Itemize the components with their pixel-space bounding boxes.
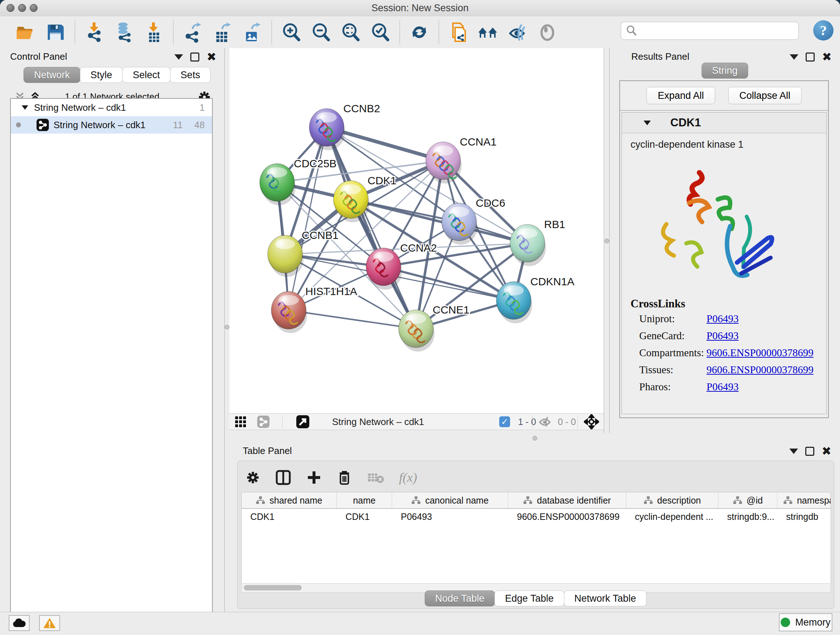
- gene-section-header[interactable]: CDK1: [622, 112, 826, 133]
- delete-column-trash-icon[interactable]: [337, 470, 352, 486]
- table-cell[interactable]: stringdb:9...: [718, 509, 777, 524]
- search-input[interactable]: [640, 25, 798, 36]
- column-header-canonical-name[interactable]: canonical name: [392, 492, 508, 508]
- table-splitter-knob[interactable]: [532, 436, 537, 440]
- network-node-RB1[interactable]: RB1: [510, 218, 565, 266]
- panel-menu-icon[interactable]: [174, 54, 183, 60]
- title-bar: Session: New Session: [0, 0, 840, 17]
- copy-documents-icon[interactable]: [447, 21, 470, 44]
- network-row-selected[interactable]: String Network – cdk1 11 48: [11, 116, 212, 134]
- column-header-database-identifier[interactable]: database identifier: [508, 492, 626, 508]
- table-options-gear-icon[interactable]: [246, 470, 260, 485]
- results-float-panel-icon[interactable]: [806, 52, 815, 62]
- table-panel-splitter[interactable]: [229, 433, 840, 443]
- import-table-file-icon[interactable]: [142, 21, 165, 44]
- save-session-icon[interactable]: [44, 21, 66, 44]
- tab-style[interactable]: Style: [80, 67, 123, 83]
- crosslink-link[interactable]: P06493: [706, 381, 739, 393]
- collection-expander-icon[interactable]: [21, 105, 29, 111]
- birdseye-toggle-icon[interactable]: [584, 414, 599, 430]
- tab-node-table[interactable]: Node Table: [425, 591, 495, 606]
- results-panel-menu-icon[interactable]: [790, 54, 798, 60]
- zoom-in-icon[interactable]: [280, 21, 302, 44]
- window-title: Session: New Session: [0, 3, 840, 14]
- table-cell[interactable]: CDK1: [242, 509, 337, 524]
- close-panel-icon[interactable]: ✖: [207, 52, 216, 62]
- import-network-database-icon[interactable]: [113, 21, 135, 44]
- grid-view-icon[interactable]: [234, 414, 247, 430]
- crosslink-link[interactable]: 9606.ENSP00000378699: [706, 347, 813, 359]
- tab-edge-table[interactable]: Edge Table: [494, 591, 564, 606]
- table-row[interactable]: CDK1CDK1P064939606.ENSP00000378699cyclin…: [242, 509, 831, 524]
- network-node-HIST1H1A[interactable]: HIST1H1A: [271, 285, 357, 333]
- table-panel-menu-icon[interactable]: [789, 448, 798, 454]
- left-splitter-knob[interactable]: [225, 325, 229, 329]
- zoom-fit-icon[interactable]: [339, 21, 362, 44]
- crosslink-row: Uniprot:P06493: [630, 310, 818, 327]
- tab-network-table[interactable]: Network Table: [564, 591, 647, 606]
- open-session-icon[interactable]: [14, 21, 37, 44]
- table-cell[interactable]: cyclin-dependent ...: [626, 509, 718, 524]
- results-close-panel-icon[interactable]: ✖: [822, 52, 832, 62]
- selected-checkbox[interactable]: ✓: [499, 414, 510, 430]
- selected-count: 1 - 0: [515, 414, 536, 430]
- export-network-icon[interactable]: [182, 21, 204, 44]
- column-header-description[interactable]: description: [626, 492, 718, 508]
- node-label: CDC6: [476, 197, 505, 209]
- column-header-shared-name[interactable]: shared name: [242, 492, 337, 508]
- network-node-CCNE1[interactable]: CCNE1: [399, 304, 470, 352]
- table-cell[interactable]: 9606.ENSP00000378699: [508, 509, 626, 524]
- table-close-panel-icon[interactable]: ✖: [821, 447, 831, 456]
- column-header--id[interactable]: @id: [718, 492, 777, 508]
- first-neighbors-houses-icon[interactable]: [477, 21, 499, 44]
- table-cell[interactable]: CDK1: [337, 509, 392, 524]
- table-float-panel-icon[interactable]: [805, 447, 814, 456]
- help-icon[interactable]: ?: [813, 20, 834, 41]
- detach-view-icon[interactable]: [296, 414, 309, 430]
- network-node-CCNB2[interactable]: CCNB2: [309, 103, 380, 150]
- scrollbar-thumb[interactable]: [244, 585, 302, 591]
- zoom-selected-icon[interactable]: [369, 21, 392, 44]
- hide-selected-eye-slash-icon[interactable]: [507, 21, 529, 44]
- delete-table-icon: [367, 471, 384, 484]
- tab-select[interactable]: Select: [122, 67, 171, 83]
- export-image-icon[interactable]: [241, 21, 264, 44]
- gene-expander-icon[interactable]: [643, 119, 652, 126]
- right-splitter-knob[interactable]: [605, 239, 609, 243]
- table-cell[interactable]: stringdb: [777, 509, 831, 524]
- add-column-icon[interactable]: [306, 470, 322, 485]
- import-network-file-icon[interactable]: [83, 21, 106, 44]
- float-panel-icon[interactable]: [190, 52, 199, 62]
- tab-string[interactable]: String: [701, 63, 748, 79]
- memory-button[interactable]: Memory: [779, 613, 832, 631]
- status-bar: Memory: [0, 612, 840, 635]
- collapse-all-button[interactable]: Collapse All: [728, 87, 802, 104]
- network-node-CDKN1A[interactable]: CDKN1A: [496, 276, 575, 323]
- crosslink-link[interactable]: P06493: [706, 313, 739, 325]
- zoom-out-icon[interactable]: [309, 21, 332, 44]
- network-node-CDC25B[interactable]: CDC25B: [260, 157, 336, 205]
- network-node-CCNA1[interactable]: CCNA1: [426, 136, 497, 184]
- warnings-button[interactable]: [39, 615, 60, 631]
- network-icon-gray[interactable]: [257, 414, 270, 430]
- expand-all-button[interactable]: Expand All: [646, 87, 715, 104]
- network-canvas[interactable]: CCNB2CCNA1CDC25BCDK1CDC6RB1CCNB1CCNA2CDK…: [229, 48, 604, 413]
- column-header-namespace[interactable]: namespace: [777, 492, 831, 508]
- node-table: shared namenamecanonical namedatabase id…: [241, 492, 831, 587]
- crosslink-link[interactable]: P06493: [706, 330, 739, 342]
- tab-network[interactable]: Network: [24, 67, 80, 83]
- column-header-name[interactable]: name: [337, 492, 392, 508]
- right-splitter[interactable]: [604, 48, 609, 433]
- network-node-CDC6[interactable]: CDC6: [442, 197, 505, 245]
- cloud-button[interactable]: [9, 615, 30, 631]
- export-table-icon[interactable]: [211, 21, 234, 44]
- show-columns-icon[interactable]: [275, 470, 291, 486]
- tab-sets[interactable]: Sets: [170, 67, 210, 83]
- table-cell[interactable]: P06493: [392, 509, 508, 524]
- node-label: RB1: [544, 218, 565, 230]
- show-all-eye-icon[interactable]: [536, 21, 559, 44]
- network-status-dot: [16, 122, 21, 127]
- refresh-icon[interactable]: [408, 21, 431, 44]
- crosslink-link[interactable]: 9606.ENSP00000378699: [706, 364, 813, 376]
- network-collection-row[interactable]: String Network – cdk1 1: [11, 99, 212, 116]
